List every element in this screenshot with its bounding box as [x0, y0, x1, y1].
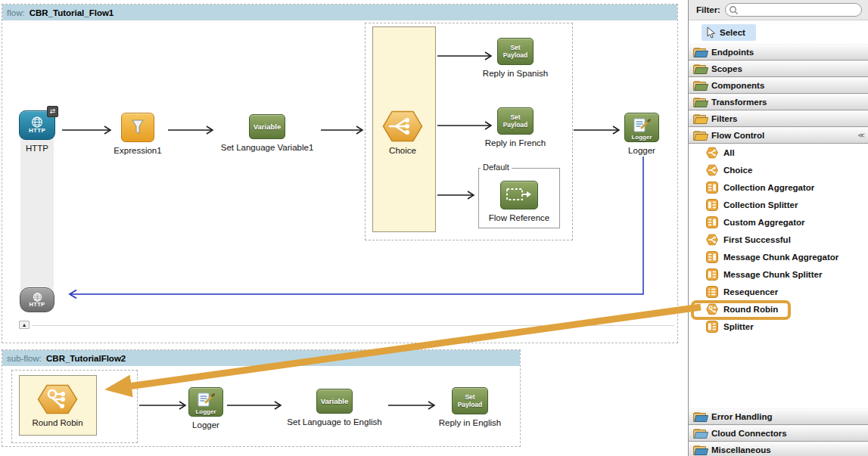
message-chunk-aggregator-icon	[706, 251, 718, 263]
message-chunk-splitter-icon	[706, 268, 718, 281]
variable-icon: Variable	[316, 389, 353, 414]
palette-item-message-chunk-splitter[interactable]: Message Chunk Splitter	[689, 265, 868, 283]
folder-icon	[693, 445, 707, 455]
http-icon: HTTP ⇄	[19, 110, 55, 140]
main-flow-container: flow: CBR_Tutorial_Flow1	[2, 4, 678, 343]
round-robin-node[interactable]: Round Robin	[1, 384, 114, 427]
flow-kind-label: sub-flow:	[7, 354, 42, 363]
palette-category-error-handling[interactable]: Error Handling	[689, 408, 868, 425]
http-response-node[interactable]: HTTP	[0, 287, 94, 312]
set-language-variable-node[interactable]: Variable Set Language Variable1	[210, 114, 324, 152]
node-label: Round Robin	[32, 418, 82, 427]
palette-panel: Filter: Select Endpoints Scopes Componen…	[688, 0, 868, 456]
mule-flow-editor: flow: CBR_Tutorial_Flow1 sub-flow: CBR_T…	[0, 0, 868, 456]
palette-search-box[interactable]	[725, 3, 862, 17]
default-branch-label: Default	[481, 163, 512, 172]
palette-category-components[interactable]: Components	[689, 77, 868, 94]
set-payload-icon: Set Payload	[497, 107, 534, 135]
folder-icon	[693, 429, 707, 439]
palette-filter-input[interactable]	[741, 5, 857, 14]
node-label: HTTP	[26, 144, 48, 153]
two-way-arrows-badge-icon: ⇄	[47, 106, 58, 117]
resequencer-icon	[706, 286, 718, 298]
set-payload-spanish-node[interactable]: Set Payload Reply in Spanish	[459, 38, 572, 78]
palette-category-transformers[interactable]: Transformers	[689, 94, 868, 110]
flow-name: CBR_TutorialFlow2	[46, 354, 126, 363]
palette-category-filters[interactable]: Filters	[689, 110, 868, 127]
set-payload-french-node[interactable]: Set Payload Reply in French	[459, 107, 572, 147]
flow-name: CBR_Tutorial_Flow1	[30, 8, 114, 17]
choice-router-node[interactable]: Choice	[346, 110, 459, 155]
collection-splitter-icon	[706, 199, 718, 211]
round-robin-icon	[706, 303, 718, 315]
set-payload-icon: Set Payload	[497, 38, 534, 65]
node-label: Set Language to English	[287, 417, 381, 427]
node-label: Expression1	[114, 146, 161, 155]
palette-select-row: Select	[689, 20, 868, 44]
collection-aggregator-icon	[706, 181, 718, 194]
palette-item-message-chunk-aggregator[interactable]: Message Chunk Aggregator	[689, 248, 868, 265]
palette-filter-bar: Filter:	[689, 0, 868, 20]
cursor-icon	[705, 26, 716, 39]
globe-icon	[30, 116, 45, 128]
sub-flow-titlebar[interactable]: sub-flow: CBR_TutorialFlow2	[2, 350, 520, 366]
collapse-all-icon[interactable]: ≪	[858, 132, 865, 139]
palette-item-first-successful[interactable]: First Successful	[689, 231, 868, 248]
node-label: Logger	[628, 146, 655, 155]
logger-node[interactable]: Logger Logger	[149, 387, 263, 430]
logger-node[interactable]: Logger Logger	[585, 113, 698, 155]
logger-icon: Logger	[188, 387, 223, 417]
flow-kind-label: flow:	[7, 8, 25, 17]
custom-aggregator-icon	[706, 216, 718, 228]
palette-item-custom-aggregator[interactable]: Custom Aggregator	[689, 213, 868, 231]
flow-reference-icon	[500, 181, 538, 209]
first-successful-icon	[706, 234, 718, 246]
palette-item-collection-splitter[interactable]: Collection Splitter	[689, 196, 868, 213]
palette-category-flow-control[interactable]: Flow Control ≪	[689, 127, 868, 144]
node-label: Reply in English	[439, 418, 501, 427]
http-response-icon: HTTP	[20, 287, 54, 312]
palette-item-resequencer[interactable]: Resequencer	[689, 283, 868, 300]
flow-reference-node[interactable]: Flow Reference	[462, 181, 576, 222]
folder-icon	[693, 412, 707, 422]
palette-item-collection-aggregator[interactable]: Collection Aggregator	[689, 178, 868, 196]
set-payload-icon: Set Payload	[452, 387, 488, 414]
filter-label: Filter:	[696, 5, 720, 14]
palette-category-endpoints[interactable]: Endpoints	[689, 44, 868, 60]
palette-item-round-robin[interactable]: Round Robin	[689, 300, 868, 318]
choice-icon	[382, 110, 423, 142]
choice-icon	[706, 164, 718, 176]
http-flow-lane	[20, 137, 54, 309]
set-language-english-node[interactable]: Variable Set Language to English	[278, 389, 391, 427]
palette-item-choice[interactable]: Choice	[689, 161, 868, 178]
node-label: Reply in Spanish	[483, 69, 548, 78]
flow-control-item-list: All Choice Collection Aggregator Collect…	[689, 144, 868, 335]
expression-filter-node[interactable]: Expression1	[81, 113, 194, 155]
node-label: Reply in French	[485, 138, 546, 147]
node-label: Flow Reference	[489, 213, 550, 222]
main-flow-titlebar[interactable]: flow: CBR_Tutorial_Flow1	[2, 5, 677, 20]
node-label: Logger	[192, 420, 219, 430]
logger-icon: Logger	[624, 113, 659, 142]
folder-icon	[693, 81, 707, 91]
collapse-section-handle[interactable]: ▴	[19, 321, 30, 329]
splitter-icon	[706, 321, 718, 333]
expression-funnel-icon	[121, 113, 154, 142]
palette-category-cloud-connectors[interactable]: Cloud Connectors	[689, 425, 868, 442]
folder-icon	[693, 98, 707, 107]
palette-category-scopes[interactable]: Scopes	[689, 60, 868, 77]
folder-icon	[693, 48, 707, 57]
palette-item-splitter[interactable]: Splitter	[689, 318, 868, 335]
palette-category-miscellaneous[interactable]: Miscellaneous	[689, 442, 868, 456]
variable-icon: Variable	[249, 114, 285, 139]
select-tool[interactable]: Select	[702, 24, 756, 41]
round-robin-icon	[37, 384, 78, 414]
set-payload-english-node[interactable]: Set Payload Reply in English	[413, 387, 527, 427]
http-endpoint-node[interactable]: HTTP ⇄ HTTP	[0, 110, 94, 153]
node-label: Set Language Variable1	[221, 143, 314, 152]
flow-separator-line	[32, 325, 674, 326]
search-icon	[729, 5, 739, 15]
palette-item-all[interactable]: All	[689, 144, 868, 161]
node-label: Choice	[389, 146, 416, 155]
palette-bottom-categories: Error Handling Cloud Connectors Miscella…	[689, 408, 868, 456]
